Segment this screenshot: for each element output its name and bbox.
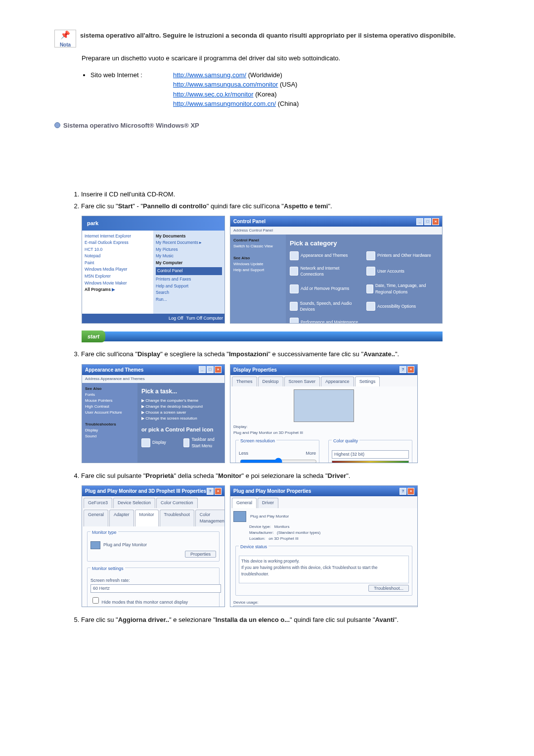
bullet-icon: [54, 122, 60, 128]
start-menu-user: park: [82, 216, 224, 231]
resolution-slider[interactable]: [240, 458, 317, 463]
link-worldwide[interactable]: http://www.samsung.com/: [173, 71, 246, 79]
tab-driver[interactable]: Driver: [258, 498, 278, 508]
link-korea[interactable]: http://www.sec.co.kr/monitor: [173, 91, 254, 98]
link-usa[interactable]: http://www.samsungusa.com/monitor: [173, 81, 278, 88]
note-label: Nota: [60, 41, 71, 48]
step-3: Fare clic sull'icona "Display" e sceglie…: [81, 349, 480, 359]
note-icon: 📌 Nota: [54, 30, 76, 47]
step-1: Inserire il CD nell'unità CD-ROM.: [81, 189, 480, 199]
step-2: Fare clic su "Start" - "Pannello di cont…: [81, 201, 480, 211]
color-quality-select[interactable]: Highest (32 bit): [332, 450, 409, 459]
monitor-icon: [233, 511, 246, 522]
link-china-suffix: (China): [276, 100, 299, 107]
tab-screensaver[interactable]: Screen Saver: [284, 377, 320, 387]
section-title: Sistema operativo Microsoft® Windows® XP: [63, 121, 199, 131]
link-worldwide-suffix: (Worldwide): [246, 71, 282, 79]
taskbar: start: [82, 331, 443, 341]
intro-text: Preparare un dischetto vuoto e scaricare…: [82, 53, 480, 63]
control-panel-link[interactable]: Control Panel: [156, 267, 222, 275]
pin-icon: 📌: [60, 29, 70, 41]
all-programs[interactable]: All Programs: [85, 287, 111, 292]
note-text: sistema operativo all'altro. Seguire le …: [80, 31, 480, 41]
turn-off-button[interactable]: Turn Off Computer: [186, 315, 223, 322]
device-usage-select[interactable]: Use this device (enable): [233, 606, 418, 608]
display-icon[interactable]: Display: [141, 436, 178, 449]
hide-modes-checkbox[interactable]: [92, 597, 99, 604]
close-icon[interactable]: ×: [432, 218, 439, 225]
troubleshoot-button[interactable]: Troubleshoot...: [368, 585, 409, 592]
tab-themes[interactable]: Themes: [232, 377, 257, 387]
log-off-button[interactable]: Log Off: [169, 315, 183, 322]
screenshot-appearance-themes: Appearance and Themes _□× Address Appear…: [82, 364, 225, 463]
tab-monitor[interactable]: Monitor: [135, 510, 159, 526]
maximize-icon[interactable]: □: [424, 218, 431, 225]
links-label: Sito web Internet :: [90, 70, 173, 80]
step-5: Fare clic su "Aggiorna driver.." e selez…: [81, 615, 480, 625]
link-korea-suffix: (Korea): [254, 91, 277, 98]
screenshot-pnp-monitor-properties: Plug and Play Monitor Properties ?× Gene…: [230, 485, 418, 607]
pick-category: Pick a category: [290, 238, 438, 248]
monitor-icon: [90, 541, 100, 549]
screenshot-control-panel: Control Panel _□× Address Control Panel …: [230, 216, 443, 324]
refresh-rate-select[interactable]: 60 Hertz: [90, 584, 221, 593]
start-button[interactable]: start: [82, 331, 105, 343]
address-bar[interactable]: Address Control Panel: [230, 227, 442, 235]
screenshot-display-properties: Display Properties ?× Themes Desktop Scr…: [230, 364, 418, 463]
tab-general[interactable]: General: [232, 498, 257, 508]
screenshot-monitor-properties: Plug and Play Monitor and 3D Prophet III…: [82, 485, 225, 607]
minimize-icon[interactable]: _: [416, 218, 423, 225]
tab-settings[interactable]: Settings: [355, 377, 380, 387]
screenshot-start-menu: park Internet Internet Explorer E-mail O…: [82, 216, 225, 324]
step-4: Fare clic sul pulsante "Proprietà" della…: [81, 471, 480, 481]
link-usa-suffix: (USA): [278, 81, 297, 88]
cat-appearance[interactable]: Appearance and Themes: [290, 251, 361, 260]
tab-desktop[interactable]: Desktop: [258, 377, 283, 387]
cp-title: Control Panel: [233, 218, 266, 225]
tab-appearance[interactable]: Appearance: [321, 377, 354, 387]
link-china[interactable]: http://www.samsungmonitor.com.cn/: [173, 100, 276, 107]
properties-button[interactable]: Properties: [185, 551, 216, 558]
